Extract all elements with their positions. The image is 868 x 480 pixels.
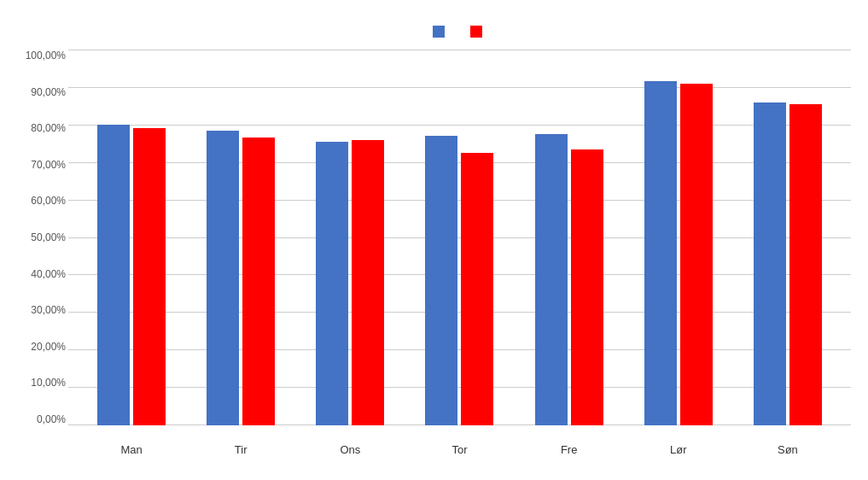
y-label: 50,00%	[10, 231, 66, 243]
bar-aapent	[644, 81, 677, 425]
bar-pair	[77, 125, 186, 425]
x-label: Man	[77, 443, 186, 456]
x-label: Tor	[405, 443, 514, 456]
y-axis: 0,00%10,00%20,00%30,00%40,00%50,00%60,00…	[10, 50, 66, 425]
x-label: Ons	[295, 443, 405, 456]
bar-group	[624, 81, 733, 425]
bar-pair	[186, 131, 295, 425]
bar-group	[186, 131, 295, 425]
chart-area: 0,00%10,00%20,00%30,00%40,00%50,00%60,00…	[68, 50, 851, 425]
legend-item-aapent	[433, 26, 450, 38]
y-label: 10,00%	[10, 377, 66, 389]
y-label: 100,00%	[10, 50, 66, 61]
x-label: Tir	[186, 443, 295, 456]
bar-stengt	[789, 104, 822, 425]
y-label: 40,00%	[10, 268, 66, 280]
bar-stengt	[242, 138, 275, 425]
y-label: 90,00%	[10, 86, 66, 98]
bar-group	[405, 136, 514, 425]
legend-color-stengt	[470, 26, 482, 38]
x-label: Fre	[515, 443, 624, 456]
y-label: 20,00%	[10, 341, 66, 353]
bar-group	[295, 140, 405, 425]
bar-pair	[733, 102, 842, 425]
legend-color-aapent	[433, 26, 445, 38]
x-labels: ManTirOnsTorFreLørSøn	[68, 443, 851, 456]
bar-aapent	[754, 102, 786, 425]
bar-aapent	[97, 125, 130, 425]
bar-stengt	[461, 153, 493, 425]
bar-stengt	[133, 128, 166, 425]
bar-group	[515, 134, 624, 425]
y-label: 70,00%	[10, 159, 66, 171]
chart-legend	[68, 26, 851, 38]
legend-item-stengt	[470, 26, 487, 38]
bar-pair	[295, 140, 405, 425]
y-label: 0,00%	[10, 413, 66, 425]
chart-container: 0,00%10,00%20,00%30,00%40,00%50,00%60,00…	[0, 0, 868, 480]
y-label: 60,00%	[10, 195, 66, 207]
bar-stengt	[352, 140, 384, 425]
bar-group	[77, 125, 186, 425]
bar-group	[733, 102, 842, 425]
bar-pair	[515, 134, 624, 425]
bar-stengt	[571, 149, 603, 425]
bar-stengt	[680, 84, 713, 425]
bar-pair	[624, 81, 733, 425]
bar-aapent	[207, 131, 239, 425]
bar-aapent	[425, 136, 457, 425]
y-label: 30,00%	[10, 304, 66, 316]
x-label: Lør	[624, 443, 733, 456]
bar-pair	[405, 136, 514, 425]
x-label: Søn	[733, 443, 842, 456]
bar-aapent	[535, 134, 568, 425]
bar-aapent	[316, 142, 348, 425]
bars-area	[68, 50, 851, 425]
y-label: 80,00%	[10, 122, 66, 134]
